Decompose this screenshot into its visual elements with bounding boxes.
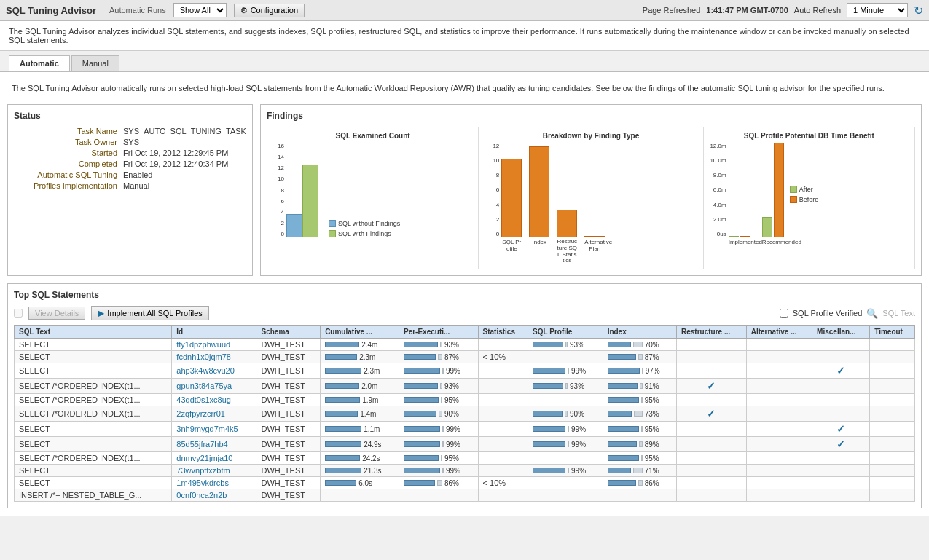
cell-cumulative: 24.9s — [321, 437, 399, 452]
cell-statistics — [478, 363, 528, 379]
cell-id[interactable]: 2zqfpyrzcrr01 — [172, 406, 256, 422]
tab-automatic[interactable]: Automatic — [9, 55, 70, 71]
view-details-button[interactable]: View Details — [28, 307, 85, 320]
status-field-value: Enabled — [123, 170, 152, 179]
id-link[interactable]: 3nh9mygd7m4k5 — [176, 425, 238, 433]
sql-table-wrap[interactable]: SQL Text Id Schema Cumulative ... Per-Ex… — [14, 325, 915, 502]
refresh-icon[interactable]: ↻ — [914, 4, 923, 17]
cell-alternative — [746, 379, 812, 394]
id-link[interactable]: gpun3t84a75ya — [176, 382, 232, 390]
table-row: SELECT /*ORDERED INDEX(t1...dnmvy21jmja1… — [15, 452, 915, 465]
cell-cumulative: 1.9m — [321, 394, 399, 406]
header: SQL Tuning Advisor Automatic Runs Show A… — [0, 0, 929, 21]
cell-misc: ✓ — [812, 363, 870, 379]
id-link[interactable]: 43qdt0s1xc8ug — [176, 395, 231, 404]
cell-per-exec: 86% — [399, 477, 479, 489]
table-row: SELECTfcdnh1x0jqm78DWH_TEST 2.3m 87% < 1… — [15, 351, 915, 363]
page-refreshed-time: 1:41:47 PM GMT-0700 — [706, 6, 788, 15]
findings-title: Findings — [267, 111, 915, 121]
cell-statistics: < 10% — [478, 477, 528, 489]
cell-cumulative — [321, 489, 399, 502]
cell-id[interactable]: 43qdt0s1xc8ug — [172, 394, 256, 406]
cell-id[interactable]: gpun3t84a75ya — [172, 379, 256, 394]
legend-1: SQL without Findings SQL with Findings — [329, 220, 400, 237]
cell-timeout — [870, 437, 915, 452]
bar-index — [529, 146, 549, 237]
y-axis-3: 12.0m10.0m8.0m6.0m4.0m2.0m0us — [708, 143, 729, 237]
cell-alternative — [746, 406, 812, 422]
cell-id[interactable]: 0cnf0nca2n2b — [172, 489, 256, 502]
col-header-restructure: Restructure ... — [677, 326, 747, 339]
id-link[interactable]: ahp3k4w8cvu20 — [176, 366, 235, 375]
cell-index: 71% — [603, 465, 676, 477]
status-row: Task OwnerSYS — [14, 138, 246, 146]
app-title: SQL Tuning Advisor — [6, 5, 96, 16]
status-row: Task NameSYS_AUTO_SQL_TUNING_TASK — [14, 127, 246, 135]
show-all-select[interactable]: Show All — [173, 3, 227, 17]
table-row: SELECT1m495vkdrcbsDWH_TEST 6.0s 86% < 10… — [15, 477, 915, 489]
cell-index: 95% — [603, 452, 676, 465]
cell-id[interactable]: 1m495vkdrcbs — [172, 477, 256, 489]
auto-refresh-label: Auto Refresh — [794, 6, 841, 15]
sql-profile-verified-checkbox[interactable] — [780, 309, 788, 318]
cell-cumulative: 1.4m — [321, 406, 399, 422]
chart3-title: SQL Profile Potential DB Time Benefit — [708, 132, 910, 140]
cell-misc — [812, 489, 870, 502]
cell-sql-text: SELECT — [15, 477, 172, 489]
view-details-checkbox[interactable] — [14, 309, 23, 318]
cell-schema: DWH_TEST — [256, 489, 321, 502]
cell-id[interactable]: fcdnh1x0jqm78 — [172, 351, 256, 363]
id-link[interactable]: ffy1dpzphwuud — [176, 340, 230, 349]
table-header: SQL Text Id Schema Cumulative ... Per-Ex… — [15, 326, 915, 339]
cell-cumulative: 21.3s — [321, 465, 399, 477]
x-label-recommended: Recommended — [762, 239, 784, 245]
cell-statistics — [478, 452, 528, 465]
cell-alternative — [746, 394, 812, 406]
cell-alternative — [746, 422, 812, 437]
configuration-button[interactable]: ⚙ Configuration — [234, 4, 305, 17]
cell-id[interactable]: dnmvy21jmja10 — [172, 452, 256, 465]
id-link[interactable]: 73wvnptfxzbtm — [176, 466, 230, 475]
y-axis-2: 121086420 — [490, 143, 501, 237]
col-header-sql-profile: SQL Profile — [528, 326, 603, 339]
auto-refresh-select[interactable]: 1 Minute 5 Minutes 10 Minutes Off — [847, 3, 908, 17]
cell-restructure — [677, 394, 747, 406]
cell-id[interactable]: 85d55jfra7hb4 — [172, 437, 256, 452]
id-link[interactable]: 0cnf0nca2n2b — [176, 491, 227, 500]
cell-sql-text: SELECT — [15, 339, 172, 351]
x-label-sql-profile: SQL Profile — [501, 239, 522, 264]
cell-id[interactable]: ffy1dpzphwuud — [172, 339, 256, 351]
table-row: SELECT73wvnptfxzbtmDWH_TEST 21.3s 99% 99… — [15, 465, 915, 477]
id-link[interactable]: 2zqfpyrzcrr01 — [176, 409, 225, 418]
cell-sql-profile: 99% — [528, 437, 603, 452]
cell-id[interactable]: ahp3k4w8cvu20 — [172, 363, 256, 379]
cell-alternative — [746, 437, 812, 452]
cell-restructure — [677, 452, 747, 465]
cell-timeout — [870, 379, 915, 394]
table-row: SELECT /*ORDERED INDEX(t1...43qdt0s1xc8u… — [15, 394, 915, 406]
cell-sql-profile — [528, 477, 603, 489]
top-sql-section: Top SQL Statements View Details ▶ Implem… — [7, 283, 922, 508]
implement-all-button[interactable]: ▶ Implement All SQL Profiles — [91, 306, 208, 320]
chart-sql-profile: SQL Profile Potential DB Time Benefit 12… — [703, 127, 915, 269]
tab-manual[interactable]: Manual — [71, 55, 119, 71]
cell-misc — [812, 406, 870, 422]
x-label-alternative: Alternative Plan — [584, 239, 605, 264]
cell-cumulative: 2.4m — [321, 339, 399, 351]
bar-restructure — [557, 210, 577, 237]
id-link[interactable]: 1m495vkdrcbs — [176, 478, 229, 487]
cell-id[interactable]: 3nh9mygd7m4k5 — [172, 422, 256, 437]
cell-misc — [812, 452, 870, 465]
bar-blue — [286, 214, 302, 237]
cell-id[interactable]: 73wvnptfxzbtm — [172, 465, 256, 477]
col-header-timeout: Timeout — [870, 326, 915, 339]
cell-alternative — [746, 363, 812, 379]
cell-per-exec: 99% — [399, 465, 479, 477]
id-link[interactable]: 85d55jfra7hb4 — [176, 440, 227, 449]
id-link[interactable]: dnmvy21jmja10 — [176, 454, 232, 462]
status-field-value: SYS_AUTO_SQL_TUNING_TASK — [123, 127, 246, 135]
status-fields: Task NameSYS_AUTO_SQL_TUNING_TASKTask Ow… — [14, 127, 246, 190]
y-axis-1: 1614121086420 — [272, 143, 286, 237]
chart-sql-examined: SQL Examined Count 1614121086420 — [267, 127, 479, 269]
id-link[interactable]: fcdnh1x0jqm78 — [176, 352, 231, 361]
